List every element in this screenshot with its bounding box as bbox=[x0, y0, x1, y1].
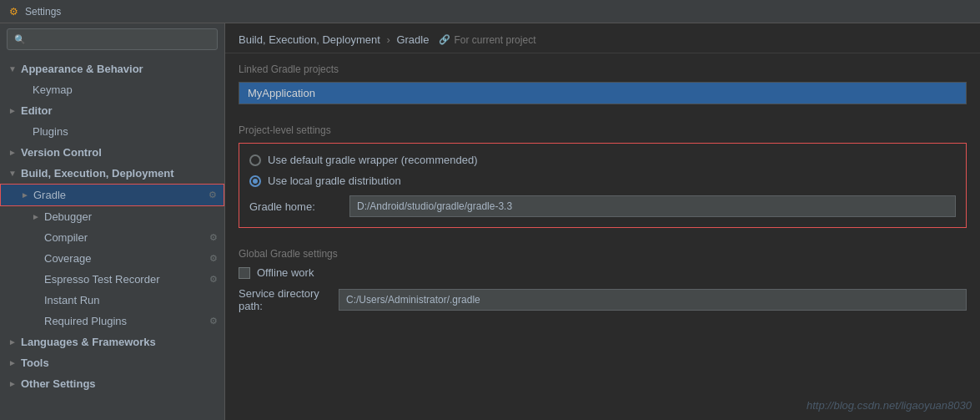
arrow-placeholder bbox=[30, 274, 42, 286]
sidebar-item-build[interactable]: Build, Execution, Deployment bbox=[0, 163, 224, 184]
arrow-placeholder bbox=[30, 316, 42, 327]
linked-projects-section: Linked Gradle projects MyApplication bbox=[225, 53, 980, 124]
linked-projects-list: MyApplication bbox=[239, 82, 967, 104]
linked-projects-title: Linked Gradle projects bbox=[239, 63, 967, 75]
content-header: Build, Execution, Deployment › Gradle 🔗 … bbox=[225, 23, 980, 53]
sidebar-item-languages[interactable]: Languages & Frameworks bbox=[0, 331, 224, 352]
project-settings-section: Project-level settings Use default gradl… bbox=[225, 124, 980, 238]
offline-label: Offline work bbox=[257, 266, 314, 279]
sidebar-item-debugger[interactable]: Debugger bbox=[0, 206, 224, 227]
arrow-right-icon bbox=[7, 337, 18, 348]
sidebar-item-appearance[interactable]: Appearance & Behavior bbox=[0, 58, 224, 79]
sidebar-item-label: Appearance & Behavior bbox=[21, 63, 143, 75]
option2-radio[interactable] bbox=[249, 175, 261, 187]
title-bar: ⚙ Settings bbox=[0, 0, 980, 23]
arrow-placeholder bbox=[30, 232, 42, 244]
arrow-placeholder bbox=[18, 126, 30, 138]
option2-label: Use local gradle distribution bbox=[268, 175, 401, 187]
sidebar-item-label: Instant Run bbox=[44, 294, 100, 306]
for-project-label: 🔗 For current project bbox=[439, 34, 535, 46]
project-settings-box: Use default gradle wrapper (recommended)… bbox=[239, 143, 967, 228]
sidebar-item-coverage[interactable]: Coverage ⚙ bbox=[0, 248, 224, 269]
service-dir-input[interactable] bbox=[339, 289, 967, 311]
sidebar-item-label: Espresso Test Recorder bbox=[44, 273, 160, 286]
arrow-right-icon bbox=[7, 357, 18, 369]
espresso-settings-icon: ⚙ bbox=[209, 274, 218, 285]
sidebar-item-label: Other Settings bbox=[21, 377, 96, 390]
settings-icon: ⚙ bbox=[7, 5, 20, 18]
arrow-placeholder bbox=[18, 84, 30, 96]
coverage-settings-icon: ⚙ bbox=[209, 253, 218, 264]
arrow-placeholder bbox=[30, 295, 42, 306]
service-dir-label: Service directory path: bbox=[239, 287, 339, 312]
gradle-home-input[interactable] bbox=[349, 195, 956, 217]
global-settings-section: Global Gradle settings Offline work Serv… bbox=[225, 238, 980, 322]
offline-work-row[interactable]: Offline work bbox=[239, 266, 967, 279]
gradle-settings-icon: ⚙ bbox=[209, 190, 217, 200]
search-box[interactable]: 🔍 bbox=[7, 28, 218, 50]
arrow-placeholder bbox=[30, 253, 42, 265]
arrow-right-icon bbox=[30, 211, 42, 223]
search-input[interactable] bbox=[30, 33, 210, 45]
sidebar-item-espresso[interactable]: Espresso Test Recorder ⚙ bbox=[0, 269, 224, 290]
sidebar-item-label: Plugins bbox=[33, 125, 68, 138]
sidebar-item-tools[interactable]: Tools bbox=[0, 352, 224, 373]
sidebar-item-label: Editor bbox=[21, 104, 53, 117]
sidebar-item-editor[interactable]: Editor bbox=[0, 100, 224, 121]
search-icon: 🔍 bbox=[14, 34, 26, 45]
gradle-home-row: Gradle home: bbox=[249, 195, 956, 217]
sidebar-item-keymap[interactable]: Keymap bbox=[0, 79, 224, 100]
sidebar-item-instant-run[interactable]: Instant Run bbox=[0, 290, 224, 311]
sidebar: 🔍 Appearance & Behavior Keymap Editor Pl… bbox=[0, 23, 225, 420]
sidebar-item-label: Keymap bbox=[33, 83, 73, 96]
gradle-home-label: Gradle home: bbox=[249, 200, 349, 213]
sidebar-item-version-control[interactable]: Version Control bbox=[0, 142, 224, 163]
arrow-right-icon bbox=[7, 105, 18, 117]
sidebar-item-label: Debugger bbox=[44, 210, 92, 223]
link-icon: 🔗 bbox=[439, 34, 450, 45]
nav-tree: Appearance & Behavior Keymap Editor Plug… bbox=[0, 55, 224, 420]
main-container: 🔍 Appearance & Behavior Keymap Editor Pl… bbox=[0, 23, 980, 420]
sidebar-item-other-settings[interactable]: Other Settings bbox=[0, 373, 224, 394]
arrow-right-icon bbox=[19, 190, 31, 201]
option1-radio[interactable] bbox=[249, 154, 261, 166]
project-settings-title: Project-level settings bbox=[239, 124, 967, 136]
sidebar-item-label: Languages & Frameworks bbox=[21, 336, 156, 348]
option1-row[interactable]: Use default gradle wrapper (recommended) bbox=[249, 154, 956, 166]
watermark: http://blog.csdn.net/ligaoyuan8030 bbox=[807, 399, 972, 412]
sidebar-item-label: Build, Execution, Deployment bbox=[21, 167, 173, 180]
title-bar-title: Settings bbox=[25, 6, 61, 18]
breadcrumb: Build, Execution, Deployment › Gradle bbox=[239, 33, 429, 46]
option1-label: Use default gradle wrapper (recommended) bbox=[268, 154, 477, 166]
for-project-text: For current project bbox=[454, 34, 535, 46]
sidebar-item-label: Compiler bbox=[44, 231, 88, 244]
offline-checkbox[interactable] bbox=[239, 267, 250, 279]
sidebar-item-label: Required Plugins bbox=[44, 315, 127, 327]
breadcrumb-separator: › bbox=[386, 33, 389, 46]
arrow-down-icon bbox=[7, 63, 18, 75]
arrow-right-icon bbox=[7, 147, 18, 159]
compiler-settings-icon: ⚙ bbox=[209, 232, 218, 243]
sidebar-item-label: Coverage bbox=[44, 252, 91, 265]
global-settings-title: Global Gradle settings bbox=[239, 248, 967, 260]
linked-project-item[interactable]: MyApplication bbox=[239, 83, 966, 104]
breadcrumb-path: Build, Execution, Deployment bbox=[239, 33, 380, 46]
sidebar-item-required-plugins[interactable]: Required Plugins ⚙ bbox=[0, 311, 224, 331]
arrow-down-icon bbox=[7, 168, 18, 180]
sidebar-item-label: Tools bbox=[21, 357, 49, 369]
sidebar-item-plugins[interactable]: Plugins bbox=[0, 121, 224, 142]
option2-row[interactable]: Use local gradle distribution bbox=[249, 175, 956, 187]
required-plugins-settings-icon: ⚙ bbox=[209, 316, 218, 326]
sidebar-item-gradle[interactable]: Gradle ⚙ bbox=[0, 184, 224, 206]
breadcrumb-current: Gradle bbox=[396, 33, 429, 46]
sidebar-item-label: Version Control bbox=[21, 146, 102, 159]
sidebar-item-compiler[interactable]: Compiler ⚙ bbox=[0, 227, 224, 248]
sidebar-item-label: Gradle bbox=[33, 189, 66, 201]
arrow-right-icon bbox=[7, 378, 18, 390]
service-dir-row: Service directory path: bbox=[239, 287, 967, 312]
content-area: Build, Execution, Deployment › Gradle 🔗 … bbox=[225, 23, 980, 420]
